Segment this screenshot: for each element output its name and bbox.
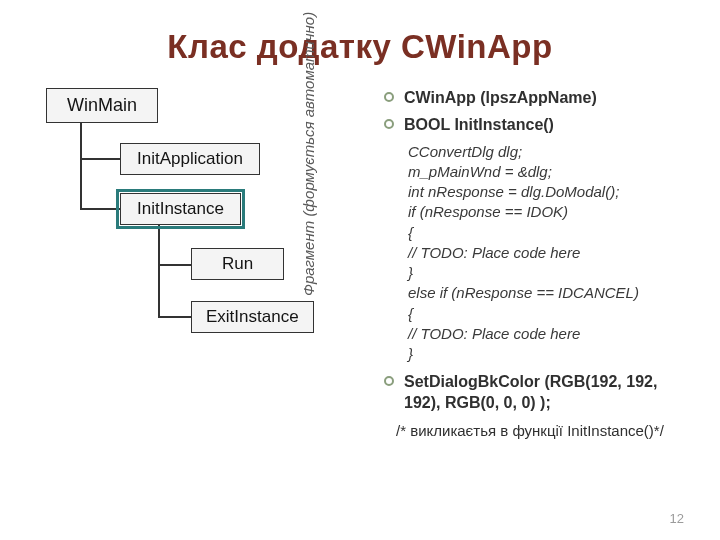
node-run: Run [191,248,284,280]
bullet-text: CWinApp (lpszAppName) [404,88,597,109]
bullet-text: SetDialogBkColor (RGB(192, 192, 192), RG… [404,372,674,414]
content-row: WinMain InitApplication InitInstance Run… [46,88,674,448]
bullet-item: BOOL InitInstance() [384,115,674,136]
bullet-item: CWinApp (lpszAppName) [384,88,674,109]
footnote: /* викликаєтья в функції InitInstance()*… [396,422,674,439]
connector [158,264,191,266]
page-number: 12 [670,511,684,526]
code-snippet: CConvertDlg dlg; m_pMainWnd = &dlg; int … [408,142,674,365]
connector [158,225,160,317]
bullet-item: SetDialogBkColor (RGB(192, 192, 192), RG… [384,372,674,414]
bullet-panel: CWinApp (lpszAppName) BOOL InitInstance(… [384,88,674,439]
slide: Клас додатку CWinApp WinMain InitApplica… [0,0,720,540]
connector [80,158,120,160]
slide-title: Клас додатку CWinApp [46,28,674,66]
connector [80,208,120,210]
bullet-icon [384,92,394,102]
bullet-icon [384,376,394,386]
connector [80,120,82,209]
vertical-caption: Фрагмент (формується автоматично) [300,12,317,296]
bullet-icon [384,119,394,129]
hierarchy-diagram: WinMain InitApplication InitInstance Run… [46,88,336,448]
connector [158,316,191,318]
node-exitinstance: ExitInstance [191,301,314,333]
node-initapplication: InitApplication [120,143,260,175]
bullet-text: BOOL InitInstance() [404,115,554,136]
node-initinstance: InitInstance [120,193,241,225]
node-winmain: WinMain [46,88,158,123]
